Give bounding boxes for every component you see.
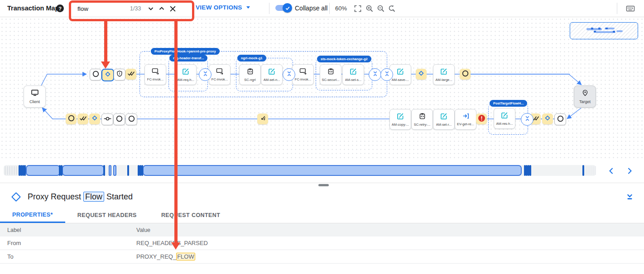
search-input[interactable] [77, 5, 130, 13]
group-pill[interactable]: ngrl-mock-g1 [237, 55, 266, 61]
policy-node[interactable]: AM-set-n... [261, 64, 283, 85]
timeline-marker[interactable] [139, 165, 141, 176]
timeline-marker[interactable] [103, 165, 105, 176]
timeline-prev-icon[interactable] [606, 166, 617, 176]
circle-step-node[interactable] [460, 69, 471, 80]
timeline-marker[interactable] [138, 165, 139, 176]
timeline-marker[interactable] [24, 165, 26, 176]
policy-node[interactable]: AM-set-r... [433, 109, 455, 130]
merge-step-node[interactable] [101, 113, 113, 125]
policy-node[interactable]: EV-get-re... [455, 109, 476, 130]
timeline-marker[interactable] [20, 165, 22, 176]
timeline-segment[interactable] [109, 165, 111, 176]
group-pill[interactable]: req-header-transf... [169, 55, 207, 61]
tab-request-content[interactable]: REQUEST CONTENT [149, 208, 232, 223]
timeline-segment[interactable] [26, 165, 60, 176]
view-options-button[interactable]: VIEW OPTIONS [196, 4, 250, 11]
minimap-content [594, 31, 596, 33]
timeline-segment[interactable] [143, 165, 522, 176]
timeline-marker[interactable] [19, 165, 20, 176]
policy-node[interactable]: AM-copy-... [389, 109, 411, 130]
zoom-reset-icon[interactable] [387, 4, 397, 14]
diagram-canvas[interactable]: PreProxyFlowHook->parent-pre-proxyreq-he… [0, 17, 644, 160]
policy-node[interactable]: FC-invok... [144, 64, 166, 85]
error-step-node[interactable] [476, 113, 487, 124]
collapse-group-button[interactable] [199, 68, 211, 81]
timeline-marker[interactable] [526, 165, 528, 176]
row-label: From [0, 240, 136, 246]
collapse-all-toggle[interactable] [275, 5, 290, 11]
policy-node-label: AM-set-r... [436, 123, 452, 127]
policy-node[interactable]: SC-securi... [320, 64, 341, 85]
circle-icon [92, 71, 99, 79]
collapse-group-button[interactable] [283, 68, 295, 81]
circle-step-node[interactable] [113, 113, 125, 125]
policy-node[interactable]: AM-res-h... [494, 108, 515, 129]
search-box[interactable]: 1/33 [71, 2, 187, 15]
keyboard-shortcuts-icon[interactable] [625, 4, 635, 14]
dblcheck-step-node[interactable] [125, 69, 136, 80]
search-close-icon[interactable] [167, 3, 178, 14]
panel-resize-handle[interactable] [318, 184, 329, 186]
tab-request-headers[interactable]: REQUEST HEADERS [65, 208, 149, 223]
timeline-marker[interactable] [59, 165, 61, 176]
circle-icon [128, 115, 135, 124]
group-pill[interactable]: PostTargetFlowH... [490, 100, 527, 107]
toggle-check-icon [283, 3, 292, 13]
timeline-segment[interactable] [62, 165, 104, 176]
timeline-marker[interactable] [61, 165, 62, 176]
help-icon[interactable]: ? [56, 5, 64, 12]
policy-node[interactable]: AM-set-s... [342, 64, 364, 85]
circle-step-node[interactable] [90, 69, 101, 80]
collapse-group-button[interactable] [369, 68, 381, 81]
diamond-step-node[interactable] [416, 69, 427, 80]
timeline-tick [14, 166, 15, 175]
endpoint-target[interactable]: Target [574, 85, 596, 108]
group-pill[interactable]: sts-mock-token-exchange-g2 [317, 56, 371, 62]
dblcheck-step-node[interactable] [77, 113, 88, 124]
panel-collapse-icon[interactable] [624, 191, 635, 202]
policy-node[interactable]: SC-ngrl [239, 64, 261, 85]
timeline-segment[interactable] [113, 165, 116, 176]
circle-step-node[interactable] [554, 113, 566, 125]
minimap[interactable] [570, 22, 638, 39]
timeline-marker[interactable] [127, 165, 129, 176]
circle-step-node[interactable] [125, 113, 137, 125]
diamond-step-node[interactable] [89, 113, 100, 124]
timeline-next-icon[interactable] [624, 166, 635, 176]
timeline-marker[interactable] [528, 165, 529, 176]
zoom-out-icon[interactable] [376, 4, 386, 14]
tab-properties-[interactable]: PROPERTIES* [0, 208, 65, 223]
collapse-icon [286, 70, 292, 79]
timeline-marker[interactable] [22, 165, 24, 176]
policy-node[interactable]: SC-retry-... [411, 109, 433, 130]
circle-step-node[interactable] [66, 113, 77, 124]
policy-node-label: SC-securi... [322, 78, 339, 82]
group-pill[interactable]: PreProxyFlowHook->parent-pre-proxy [151, 48, 220, 55]
dblcheck-icon [79, 115, 87, 123]
policy-node[interactable]: FC-invok... [209, 64, 231, 85]
policy-node[interactable]: FC-invok... [292, 64, 314, 85]
timeline-scrubber[interactable] [0, 160, 644, 181]
shield-step-node[interactable] [114, 69, 125, 80]
zoom-in-icon[interactable] [365, 4, 375, 14]
collapse-group-button[interactable] [521, 113, 533, 126]
timeline-marker[interactable] [529, 165, 531, 176]
fit-to-screen-icon[interactable] [353, 4, 363, 14]
policy-node-label: SC-retry-... [414, 123, 431, 127]
policy-node[interactable]: AM-req-h... [175, 64, 197, 85]
route-step-node[interactable] [257, 113, 268, 124]
search-prev-icon[interactable] [156, 3, 167, 14]
search-next-icon[interactable] [145, 3, 156, 14]
diamond-step-node[interactable] [542, 113, 553, 124]
collapse-group-button[interactable] [380, 68, 393, 81]
row-value: PROXY_REQ_ [136, 253, 176, 260]
endpoint-client[interactable]: Client [24, 85, 46, 108]
timeline-marker[interactable] [141, 165, 143, 176]
timeline-marker[interactable] [582, 165, 584, 176]
diamond-step-node[interactable] [101, 69, 114, 81]
minimap-content [606, 28, 608, 29]
policy-node[interactable]: AM-targe... [433, 64, 455, 85]
timeline-marker[interactable] [524, 165, 526, 176]
table-row: ToPROXY_REQ_FLOW [0, 250, 644, 264]
